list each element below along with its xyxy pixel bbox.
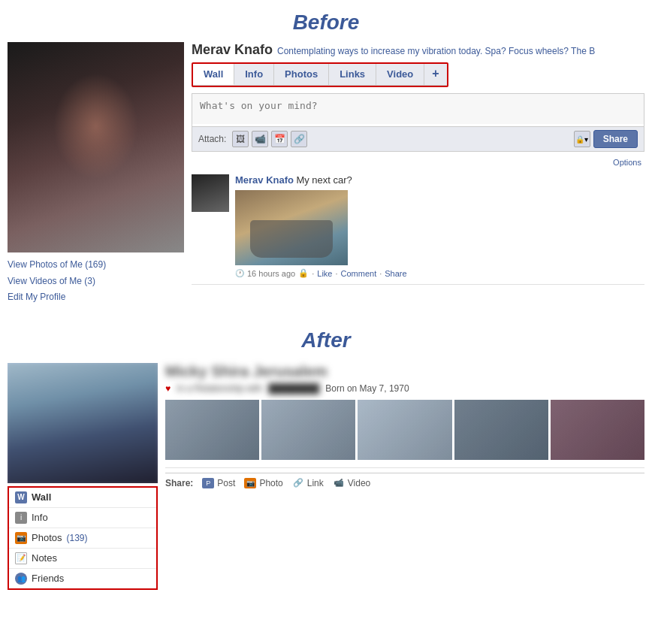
after-profile-photo <box>8 363 158 483</box>
after-nav-friends-label: Friends <box>32 573 64 584</box>
after-nav-friends[interactable]: 👥 Friends <box>9 569 156 588</box>
post-author[interactable]: Merav Knafo <box>235 174 294 186</box>
after-relationship-status: In a Relationship with <box>177 383 262 394</box>
after-nav-photos-label: Photos <box>32 532 62 543</box>
wall-nav-icon: W <box>15 491 27 503</box>
edit-profile-link[interactable]: Edit My Profile <box>8 289 184 306</box>
tab-bar: Wall Info Photos Links Video + <box>193 64 447 86</box>
attach-label: Attach: <box>198 134 226 144</box>
view-videos-link[interactable]: View Videos of Me (3) <box>8 274 184 290</box>
tab-plus[interactable]: + <box>424 64 446 85</box>
share-video-label: Video <box>348 478 370 488</box>
after-born-label: Born on May 7, 1970 <box>325 383 409 394</box>
tab-info[interactable]: Info <box>234 64 274 85</box>
after-nav-notes-label: Notes <box>32 552 57 564</box>
after-nav-info[interactable]: i Info <box>9 508 156 528</box>
after-profile-header: Micky Shira Jerusalem ♥ In a Relationshi… <box>165 363 644 394</box>
share-link-btn[interactable]: 🔗 Link <box>292 478 324 488</box>
tab-photos[interactable]: Photos <box>274 64 329 85</box>
wall-toolbar-right: 🔒▾ Share <box>574 130 638 148</box>
after-nav-wall[interactable]: W Wall <box>9 488 156 508</box>
after-title: After <box>0 313 652 363</box>
post-clock-icon: 🕐 <box>235 269 244 277</box>
video-icon: 📹 <box>333 478 345 488</box>
after-left-panel: W Wall i Info 📷 Photos (139) 📝 Notes 👥 F… <box>8 363 158 590</box>
photo-thumb-2[interactable] <box>261 400 355 460</box>
wall-box: Attach: 🖼 📹 📅 🔗 🔒▾ Share <box>192 93 644 152</box>
options-link[interactable]: Options <box>192 156 644 168</box>
share-video-btn[interactable]: 📹 Video <box>333 478 370 488</box>
attach-link-btn[interactable]: 🔗 <box>291 131 307 147</box>
post-lock-icon: 🔒 <box>298 268 309 278</box>
post-icon: P <box>202 478 214 488</box>
photo-share-icon: 📷 <box>244 478 256 488</box>
share-divider <box>165 467 644 468</box>
profile-status: Contemplating ways to increase my vibrat… <box>277 46 595 56</box>
link-icon: 🔗 <box>292 478 304 488</box>
after-right-panel: Micky Shira Jerusalem ♥ In a Relationshi… <box>165 363 644 590</box>
post-like-link[interactable]: Like <box>317 269 332 278</box>
post-comment-link[interactable]: Comment <box>341 269 377 278</box>
photo-thumb-4[interactable] <box>454 400 548 460</box>
info-nav-icon: i <box>15 512 27 524</box>
after-nav-photos[interactable]: 📷 Photos (139) <box>9 528 156 549</box>
attach-video-btn[interactable]: 📹 <box>252 131 268 147</box>
heart-icon: ♥ <box>165 383 171 394</box>
post-body: Merav Knafo My next car? 🕐 16 hours ago … <box>235 174 407 278</box>
share-link-label: Link <box>307 478 324 488</box>
tab-bar-wrapper: Wall Info Photos Links Video + <box>192 62 448 87</box>
post-meta: 🕐 16 hours ago 🔒 · Like · Comment · Shar… <box>235 268 407 278</box>
post-avatar <box>192 174 229 212</box>
post-separator-3: · <box>379 269 382 278</box>
photo-links: View Photos of Me (169) View Videos of M… <box>8 257 184 306</box>
photo-thumb-1[interactable] <box>165 400 259 460</box>
post-image <box>235 190 348 265</box>
post-time: 16 hours ago <box>247 269 295 278</box>
photos-nav-icon: 📷 <box>15 532 27 544</box>
post-avatar-image <box>192 174 229 212</box>
post-share-link[interactable]: Share <box>385 269 406 278</box>
post-text: My next car? <box>296 174 352 186</box>
after-relationship-partner: ████████ <box>268 383 319 394</box>
profile-photo-image <box>8 42 184 252</box>
tab-links[interactable]: Links <box>329 64 376 85</box>
before-section: View Photos of Me (169) View Videos of M… <box>8 42 644 306</box>
share-photo-label: Photo <box>259 478 282 488</box>
post-item: Merav Knafo My next car? 🕐 16 hours ago … <box>192 174 644 285</box>
notes-nav-icon: 📝 <box>15 552 27 564</box>
before-title: Before <box>0 0 652 42</box>
attach-event-btn[interactable]: 📅 <box>271 131 288 147</box>
profile-header: Merav Knafo Contemplating ways to increa… <box>192 42 644 58</box>
post-separator-1: · <box>312 269 314 278</box>
after-nav-info-label: Info <box>32 512 48 523</box>
after-section: W Wall i Info 📷 Photos (139) 📝 Notes 👥 F… <box>8 363 644 590</box>
privacy-lock-btn[interactable]: 🔒▾ <box>574 131 590 147</box>
profile-photo <box>8 42 184 252</box>
after-nav-notes[interactable]: 📝 Notes <box>9 549 156 569</box>
share-post-btn[interactable]: P Post <box>202 478 235 488</box>
photo-thumb-5[interactable] <box>551 400 644 460</box>
profile-name: Merav Knafo <box>192 42 273 58</box>
share-button[interactable]: Share <box>593 130 638 148</box>
tab-wall[interactable]: Wall <box>193 64 234 85</box>
friends-nav-icon: 👥 <box>15 573 27 585</box>
share-photo-btn[interactable]: 📷 Photo <box>244 478 282 488</box>
after-profile-bio: ♥ In a Relationship with ████████ Born o… <box>165 383 644 394</box>
wall-toolbar: Attach: 🖼 📹 📅 🔗 🔒▾ Share <box>192 126 644 151</box>
after-profile-name: Micky Shira Jerusalem <box>165 363 644 380</box>
view-photos-link[interactable]: View Photos of Me (169) <box>8 257 184 274</box>
share-post-label: Post <box>217 478 235 488</box>
after-nav-wrapper: W Wall i Info 📷 Photos (139) 📝 Notes 👥 F… <box>8 486 158 590</box>
after-nav-wall-label: Wall <box>32 491 51 503</box>
wall-input[interactable] <box>192 94 644 124</box>
share-bar: Share: P Post 📷 Photo 🔗 Link 📹 Video <box>165 473 644 493</box>
before-right-panel: Merav Knafo Contemplating ways to increa… <box>192 42 644 306</box>
share-label: Share: <box>165 478 193 488</box>
photo-thumb-3[interactable] <box>358 400 451 460</box>
tab-video[interactable]: Video <box>376 64 424 85</box>
before-left-panel: View Photos of Me (169) View Videos of M… <box>8 42 184 306</box>
photo-strip <box>165 400 644 460</box>
after-photos-count: (139) <box>66 533 87 543</box>
attach-photo-btn[interactable]: 🖼 <box>232 131 249 147</box>
post-separator-2: · <box>335 269 337 278</box>
